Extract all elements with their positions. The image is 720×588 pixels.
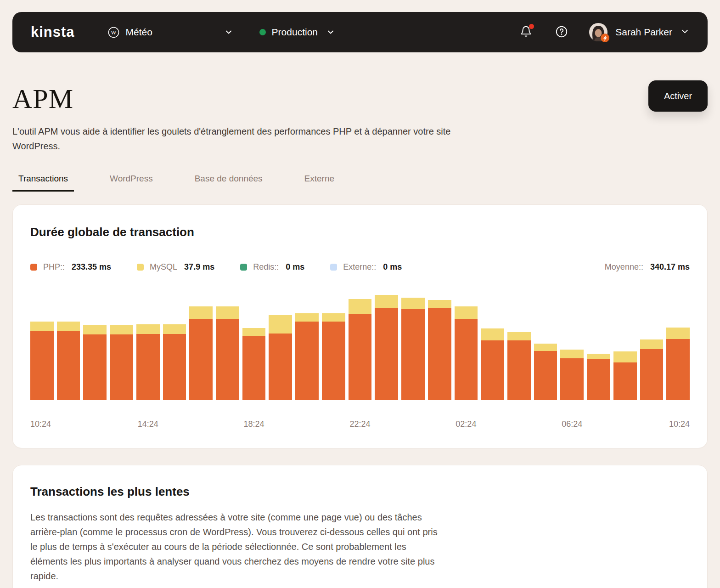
bar-group[interactable] — [322, 313, 345, 401]
bar-segment-mysql — [507, 332, 531, 340]
bar-group[interactable] — [455, 306, 478, 401]
page-title: APM — [12, 80, 73, 113]
lightning-badge-icon — [601, 34, 609, 42]
tab-database[interactable]: Base de données — [189, 174, 269, 192]
slowest-transactions-description: Les transactions sont des requêtes adres… — [30, 510, 446, 583]
bar-segment-php — [428, 308, 451, 401]
bar-group[interactable] — [613, 351, 637, 400]
average-readout: Moyenne:: 340.17 ms — [605, 262, 690, 272]
activate-button[interactable]: Activer — [648, 80, 708, 112]
x-tick-label: 06:24 — [562, 419, 582, 429]
bar-segment-php — [295, 322, 319, 401]
bar-group[interactable] — [136, 324, 160, 400]
bar-segment-mysql — [428, 300, 451, 308]
bar-group[interactable] — [57, 322, 80, 401]
x-tick-label: 02:24 — [456, 419, 476, 429]
bar-group[interactable] — [295, 313, 319, 401]
avatar — [589, 23, 608, 41]
bar-group[interactable] — [242, 328, 266, 401]
tab-bar: Transactions WordPress Base de données E… — [0, 174, 720, 192]
wordpress-icon: W — [108, 27, 119, 38]
legend-item: Externe::0 ms — [330, 262, 402, 272]
chevron-down-icon — [225, 28, 233, 36]
bar-segment-mysql — [666, 328, 690, 339]
tab-transactions[interactable]: Transactions — [12, 174, 74, 192]
bar-group[interactable] — [481, 328, 504, 401]
bar-segment-php — [110, 334, 133, 401]
bar-segment-php — [30, 331, 54, 400]
bar-segment-php — [640, 349, 664, 400]
legend-item: Redis::0 ms — [240, 262, 304, 272]
slowest-transactions-title: Transactions les plus lentes — [30, 485, 690, 499]
bar-segment-php — [613, 362, 637, 401]
bar-group[interactable] — [110, 325, 133, 400]
bar-segment-php — [163, 334, 186, 401]
bar-segment-mysql — [613, 351, 637, 362]
chart-x-labels: 10:2414:2418:2422:2402:2406:2410:24 — [30, 419, 690, 430]
chart-title: Durée globale de transaction — [30, 225, 690, 239]
legend-value: 0 ms — [383, 262, 402, 272]
legend-swatch — [137, 264, 144, 271]
bar-segment-mysql — [481, 328, 504, 340]
legend-item: MySQL37.9 ms — [137, 262, 214, 272]
legend-swatch — [240, 264, 247, 271]
average-label: Moyenne:: — [605, 262, 643, 272]
help-icon — [555, 25, 568, 40]
bar-group[interactable] — [30, 322, 54, 400]
bar-group[interactable] — [534, 344, 557, 401]
bar-group[interactable] — [587, 354, 610, 401]
environment-status-dot — [259, 29, 266, 35]
bar-segment-php — [587, 359, 610, 401]
bar-group[interactable] — [216, 306, 239, 400]
bar-segment-mysql — [349, 299, 372, 314]
bar-segment-php — [136, 334, 160, 401]
legend-item: PHP::233.35 ms — [30, 262, 111, 272]
bar-segment-php — [666, 339, 690, 401]
kinsta-logo[interactable]: kinsta — [31, 24, 75, 40]
bar-segment-mysql — [375, 295, 398, 308]
environment-label: Production — [272, 27, 318, 38]
bar-segment-php — [455, 319, 478, 400]
bar-segment-mysql — [560, 350, 584, 358]
bar-group[interactable] — [428, 300, 451, 400]
bar-segment-mysql — [587, 354, 610, 359]
legend-swatch — [30, 264, 37, 271]
tab-wordpress[interactable]: WordPress — [104, 174, 159, 192]
site-selector[interactable]: W Météo — [108, 27, 233, 38]
bar-group[interactable] — [269, 315, 292, 400]
chevron-down-icon — [326, 28, 335, 36]
help-button[interactable] — [555, 25, 568, 40]
user-menu[interactable]: Sarah Parker — [589, 23, 689, 41]
bar-segment-mysql — [163, 324, 186, 334]
bar-group[interactable] — [666, 328, 690, 400]
bar-group[interactable] — [349, 299, 372, 400]
page-description: L'outil APM vous aide à identifier les g… — [0, 124, 501, 153]
bar-segment-mysql — [640, 339, 664, 349]
bar-segment-mysql — [242, 328, 266, 336]
bar-segment-php — [322, 322, 345, 400]
legend-label: Externe:: — [343, 262, 376, 272]
bar-segment-php — [375, 308, 398, 401]
bar-segment-mysql — [401, 298, 425, 310]
top-navbar: kinsta W Météo Production — [12, 12, 708, 52]
bar-group[interactable] — [83, 325, 107, 400]
bar-group[interactable] — [640, 339, 664, 400]
site-name-label: Météo — [126, 27, 152, 38]
legend-value: 0 ms — [286, 262, 304, 272]
tab-external[interactable]: Externe — [298, 174, 340, 192]
environment-selector[interactable]: Production — [259, 27, 335, 38]
bar-group[interactable] — [375, 295, 398, 401]
bar-group[interactable] — [560, 350, 584, 400]
bar-group[interactable] — [189, 306, 213, 400]
bar-group[interactable] — [163, 324, 186, 400]
x-tick-label: 10:24 — [669, 419, 690, 429]
bar-segment-mysql — [534, 344, 557, 351]
bar-group[interactable] — [507, 332, 531, 400]
notifications-button[interactable] — [520, 25, 532, 39]
notification-badge — [529, 24, 534, 29]
bar-segment-php — [507, 340, 531, 401]
bar-segment-mysql — [216, 306, 239, 319]
legend-label: MySQL — [150, 262, 177, 272]
bar-group[interactable] — [401, 298, 425, 401]
legend-label: PHP:: — [43, 262, 65, 272]
